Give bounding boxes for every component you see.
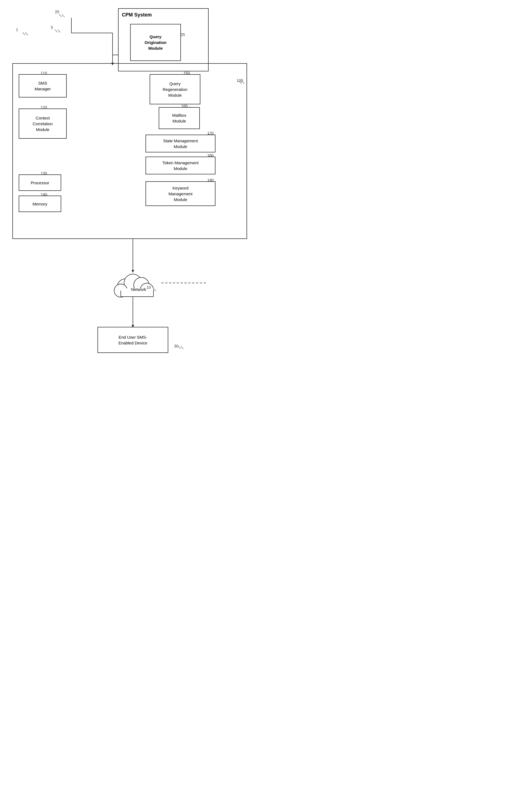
svg-line-2: [59, 14, 62, 17]
end-user-label: End User SMS- Enabled Device: [118, 334, 147, 346]
query-regeneration-module-box: Query Regeneration Module: [150, 74, 200, 104]
tmm-label: Token Management Module: [163, 160, 199, 172]
qrm-label: Query Regeneration Module: [163, 81, 187, 98]
sms-label: SMS Manager: [35, 80, 51, 92]
ref-label-5: 5: [51, 25, 53, 30]
mailbox-module-box: Mailbox Module: [159, 107, 200, 129]
svg-line-0: [22, 32, 25, 35]
svg-line-1: [25, 32, 28, 35]
network-label: Network: [122, 287, 155, 292]
ref-label-30: 30: [174, 344, 179, 348]
token-management-module-box: Token Management Module: [146, 157, 216, 174]
context-correlation-module-box: Context Correlation Module: [19, 109, 67, 139]
smm-label: State Management Module: [163, 138, 198, 149]
ref-label-1: 1: [16, 28, 18, 32]
svg-line-3: [62, 14, 65, 17]
svg-line-31: [181, 346, 183, 349]
mailbox-label: Mailbox Module: [172, 112, 186, 124]
ccm-label: Context Correlation Module: [33, 115, 53, 132]
ref-label-100: 100: [237, 78, 243, 83]
end-user-device-box: End User SMS- Enabled Device: [97, 327, 168, 353]
memory-label: Memory: [32, 201, 47, 207]
ref-label-20: 20: [55, 10, 59, 14]
memory-box: Memory: [19, 196, 61, 212]
svg-line-4: [55, 30, 57, 32]
processor-box: Processor: [19, 174, 61, 191]
cpm-system-title: CPM System: [122, 12, 152, 18]
sms-manager-box: SMS Manager: [19, 74, 67, 98]
query-origination-module-box: Query Origination Module: [130, 24, 181, 61]
ref-label-25: 25: [181, 32, 185, 37]
cpm-system-box: CPM System Query Origination Module: [118, 8, 209, 71]
diagram: 1 20 5 CPM System Query Origination Modu…: [0, 0, 266, 405]
svg-marker-39: [132, 270, 134, 273]
keyword-management-module-box: Keyword Management Module: [146, 181, 216, 206]
processor-label: Processor: [31, 180, 49, 186]
state-management-module-box: State Management Module: [146, 134, 216, 152]
qom-label: Query Origination Module: [145, 34, 167, 51]
kmm-label: Keyword Management Module: [169, 185, 193, 202]
svg-line-5: [57, 30, 61, 32]
